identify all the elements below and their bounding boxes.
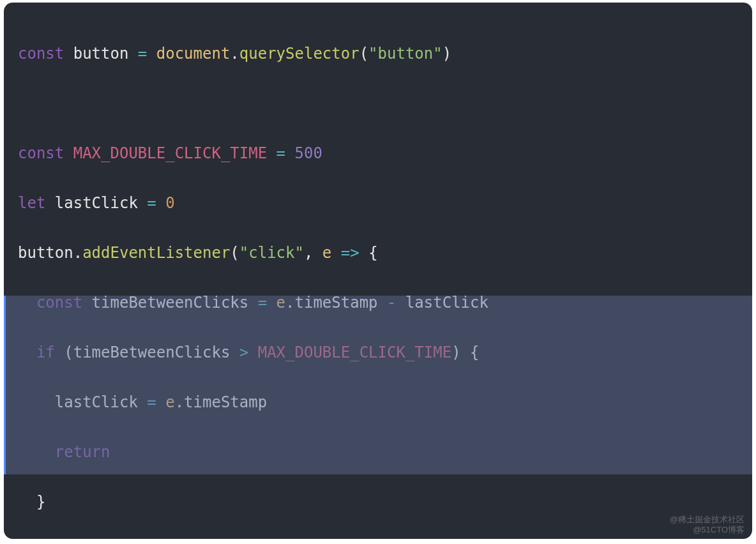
- code-content: const button = document.querySelector("b…: [4, 3, 752, 539]
- code-line: [18, 91, 752, 116]
- code-line: return: [18, 440, 752, 465]
- code-block: const button = document.querySelector("b…: [4, 3, 752, 539]
- code-line: const timeBetweenClicks = e.timeStamp - …: [18, 291, 752, 315]
- code-line: }: [18, 490, 752, 515]
- code-line: button.addEventListener("click", e => {: [18, 241, 752, 266]
- code-line: let lastClick = 0: [18, 191, 752, 216]
- code-line: const MAX_DOUBLE_CLICK_TIME = 500: [18, 141, 752, 166]
- code-line: lastClick = e.timeStamp: [18, 390, 752, 415]
- watermark: @稀土掘金技术社区 @51CTO博客: [670, 515, 745, 535]
- code-line: const button = document.querySelector("b…: [18, 42, 752, 66]
- code-line: if (timeBetweenClicks > MAX_DOUBLE_CLICK…: [18, 340, 752, 365]
